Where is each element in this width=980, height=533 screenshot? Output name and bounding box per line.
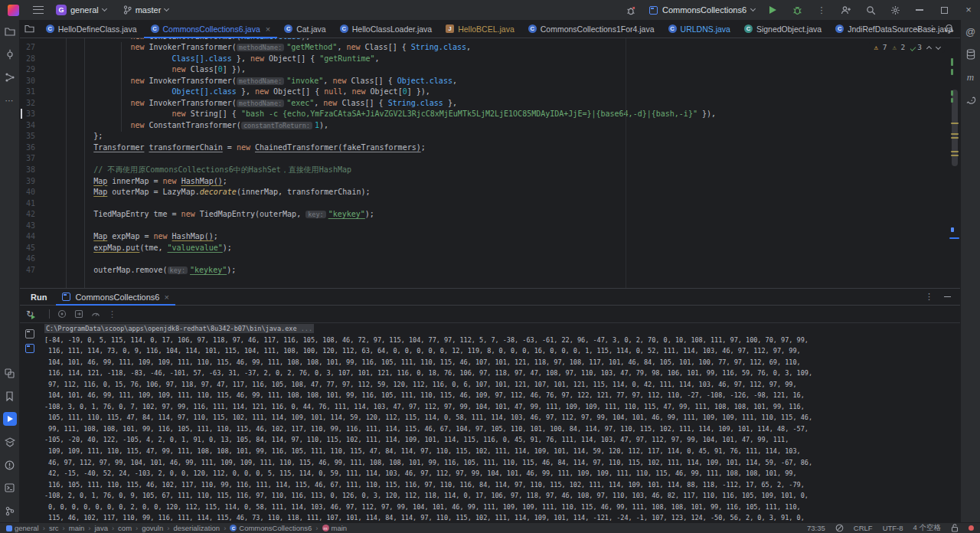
- breadcrumb[interactable]: general›src›main›java›com›govuln›deseria…: [6, 524, 347, 532]
- line-number[interactable]: 35: [20, 131, 35, 142]
- line-number[interactable]: 37: [20, 153, 35, 165]
- indent-setting[interactable]: 4 个空格: [913, 523, 941, 533]
- line-number[interactable]: 41: [20, 198, 35, 210]
- branch-widget[interactable]: master: [119, 4, 174, 16]
- rerun-button[interactable]: ↻: [26, 309, 34, 319]
- line-number[interactable]: 27: [20, 42, 35, 54]
- line-number[interactable]: 39: [20, 176, 35, 188]
- file-encoding[interactable]: UTF-8: [883, 524, 903, 532]
- editor-tab[interactable]: CSignedObject.java: [737, 20, 828, 38]
- structure-icon[interactable]: [3, 70, 17, 84]
- line-number[interactable]: 28: [20, 54, 35, 65]
- restore-icon[interactable]: [937, 3, 951, 17]
- line-number[interactable]: 30: [20, 76, 35, 87]
- line-number[interactable]: 31: [20, 87, 35, 98]
- editor-tab[interactable]: JHelloBCEL.java: [439, 20, 521, 38]
- debug-button[interactable]: [790, 3, 804, 17]
- highlighting-off-icon[interactable]: [835, 524, 844, 532]
- console-command-line[interactable]: C:\ProgramData\scoop\apps\openjdk8-redha…: [44, 323, 960, 335]
- console-output[interactable]: C:\ProgramData\scoop\apps\openjdk8-redha…: [40, 323, 960, 522]
- console-gauge-icon[interactable]: [91, 309, 100, 319]
- line-separator[interactable]: CRLF: [854, 524, 873, 532]
- build-icon[interactable]: [3, 435, 17, 449]
- editor-tab[interactable]: CJndiRefDataSourceBase.java: [828, 20, 959, 38]
- maven-icon[interactable]: m: [964, 70, 978, 84]
- breadcrumb-item[interactable]: mmain: [322, 524, 348, 532]
- terminal-icon[interactable]: [3, 481, 17, 495]
- error-indicator-dot[interactable]: [969, 525, 974, 531]
- breadcrumb-item[interactable]: src: [49, 524, 59, 532]
- run-tool-window-icon[interactable]: [3, 412, 17, 426]
- breadcrumb-item[interactable]: CCommonsCollections6: [230, 524, 312, 532]
- more-icon[interactable]: ⋮: [925, 292, 933, 302]
- breadcrumb-item[interactable]: java: [94, 524, 107, 532]
- console-side-icon-1[interactable]: [25, 329, 34, 338]
- line-number[interactable]: 43: [20, 221, 35, 232]
- bug-error-icon[interactable]: [625, 3, 639, 17]
- settings-gear-icon[interactable]: [888, 3, 902, 17]
- project-widget[interactable]: G general: [51, 3, 111, 17]
- more-actions-icon[interactable]: ⋮: [815, 3, 828, 17]
- hide-panel-icon[interactable]: [944, 296, 951, 298]
- console-history-icon[interactable]: [57, 309, 67, 319]
- cursor-position[interactable]: 73:35: [807, 524, 825, 532]
- project-folder-icon[interactable]: [3, 25, 17, 38]
- ai-assistant-icon[interactable]: @: [964, 25, 978, 38]
- code-editor[interactable]: 2728293031323334353637383940414243444546…: [20, 38, 960, 288]
- editor-gutter[interactable]: 2728293031323334353637383940414243444546…: [20, 38, 38, 288]
- next-problem-icon[interactable]: [936, 44, 941, 49]
- problems-icon[interactable]: [3, 458, 17, 472]
- more-tools-icon[interactable]: ⋯: [3, 93, 17, 107]
- line-number[interactable]: 42: [20, 209, 35, 221]
- run-button[interactable]: [766, 3, 779, 17]
- minimize-icon[interactable]: [913, 3, 926, 17]
- breadcrumb-item[interactable]: com: [118, 524, 132, 532]
- close-icon[interactable]: ×: [266, 25, 270, 34]
- inspections-widget[interactable]: ⚠ 7 ⚠ 2 3: [869, 41, 945, 53]
- run-tab[interactable]: CommonsCollections6 ×: [56, 289, 175, 305]
- hamburger-icon[interactable]: [33, 6, 44, 14]
- line-number[interactable]: 32: [20, 98, 35, 110]
- console-side-icon-2[interactable]: [25, 344, 34, 353]
- services-icon[interactable]: [3, 366, 17, 380]
- line-number[interactable]: 45: [20, 243, 35, 254]
- close-icon[interactable]: ×: [962, 3, 975, 17]
- bookmarks-icon[interactable]: [3, 389, 17, 403]
- more-icon[interactable]: ⋮: [108, 309, 116, 319]
- line-number[interactable]: 40: [20, 187, 35, 198]
- line-number[interactable]: 29: [20, 64, 35, 76]
- breadcrumb-item[interactable]: general: [6, 524, 39, 532]
- editor-tab[interactable]: CCat.java: [277, 20, 333, 38]
- editor-scrollbar[interactable]: [949, 38, 960, 288]
- database-icon[interactable]: [964, 47, 978, 61]
- line-number[interactable]: 33: [20, 109, 35, 120]
- breadcrumb-item[interactable]: main: [69, 524, 85, 532]
- search-icon[interactable]: [864, 3, 877, 17]
- line-number[interactable]: 34: [20, 120, 35, 132]
- line-number[interactable]: 44: [20, 231, 35, 243]
- close-icon[interactable]: ×: [164, 293, 168, 302]
- run-panel-title[interactable]: Run: [20, 293, 56, 302]
- run-configuration-select[interactable]: CommonsCollections6: [649, 5, 755, 15]
- console-export-icon[interactable]: [74, 309, 83, 319]
- line-number[interactable]: 47: [20, 265, 35, 276]
- git-icon[interactable]: [3, 504, 17, 518]
- editor-tab[interactable]: CHelloDefineClass.java: [39, 20, 144, 38]
- editor-tab[interactable]: CHelloClassLoader.java: [333, 20, 439, 38]
- line-number[interactable]: 36: [20, 142, 35, 154]
- folder-icon[interactable]: [20, 20, 39, 38]
- line-number[interactable]: 38: [20, 165, 35, 176]
- commit-icon[interactable]: [3, 47, 17, 61]
- console[interactable]: C:\ProgramData\scoop\apps\openjdk8-redha…: [20, 323, 960, 522]
- gradle-icon[interactable]: [964, 93, 978, 107]
- prev-problem-icon[interactable]: [926, 45, 932, 51]
- breadcrumb-item[interactable]: govuln: [142, 524, 163, 532]
- code-with-me-icon[interactable]: [839, 3, 853, 17]
- line-number[interactable]: 46: [20, 253, 35, 265]
- editor-tab[interactable]: CURLDNS.java: [662, 20, 737, 38]
- editor-tab[interactable]: CCommonsCollections6.java×: [144, 20, 278, 38]
- lock-open-icon[interactable]: [951, 524, 959, 532]
- breadcrumb-item[interactable]: deserialization: [173, 524, 220, 532]
- editor-code-area[interactable]: new ConstantTransformer(Runtime.class), …: [38, 38, 960, 288]
- editor-tab[interactable]: CCommonsCollections1For4.java: [521, 20, 662, 38]
